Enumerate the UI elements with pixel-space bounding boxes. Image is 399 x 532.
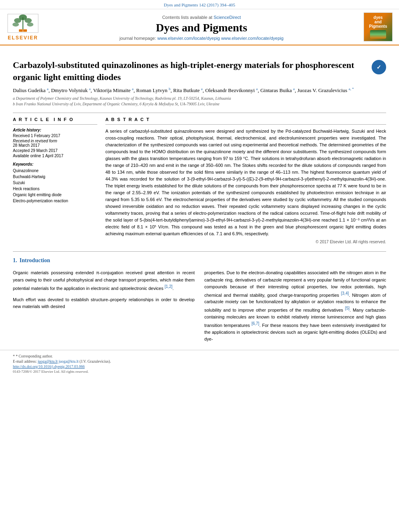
keyword-5: Organic light emitting diode — [13, 192, 97, 198]
svg-point-5 — [25, 18, 32, 23]
email-author: (J.V. Grazulevicius). — [80, 359, 111, 364]
author-super-a3: a — [132, 87, 134, 91]
corresponding-note: * * Corresponding author. — [13, 354, 386, 358]
author-super-a4: a — [201, 87, 203, 91]
intro-para-1: Organic materials possessing extended π-… — [13, 269, 195, 292]
svg-point-4 — [14, 18, 21, 23]
revised-label: Received in revised form — [13, 139, 57, 143]
homepage-url[interactable]: www.elsevier.com/locate/dyepig — [157, 36, 220, 41]
crossmark-badge: ✓ — [372, 60, 386, 74]
author-super-b: b — [169, 87, 171, 91]
article-info-heading: A R T I C L E I N F O — [13, 117, 97, 122]
keyword-2: Buchwald-Hartwig — [13, 174, 97, 180]
affiliations-block: a Department of Polymer Chemistry and Te… — [13, 96, 386, 107]
issn-line: 0143-7208/© 2017 Elsevier Ltd. All right… — [13, 370, 386, 374]
contents-text: Contents lists available at — [162, 15, 212, 20]
intro-two-col: Organic materials possessing extended π-… — [13, 269, 386, 342]
ref-1-2[interactable]: [1,2] — [165, 284, 172, 289]
homepage-prefix: journal homepage: — [119, 36, 156, 41]
abstract-heading: A B S T R A C T — [105, 117, 386, 122]
intro-title: Introduction — [20, 257, 50, 264]
elsevier-wordmark: ELSEVIER — [8, 35, 38, 41]
journal-center: Contents lists available at ScienceDirec… — [45, 12, 358, 45]
journal-thumb-box: dyes and Pigments — [364, 12, 393, 41]
intro-left: Organic materials possessing extended π-… — [13, 269, 195, 342]
article-title-block: ✓ Carbazolyl-substituted quinazolinones … — [13, 59, 386, 83]
science-direct-line: Contents lists available at ScienceDirec… — [162, 15, 241, 20]
author-super-a5: a — [256, 87, 258, 91]
journal-header: ELSEVIER Contents lists available at Sci… — [0, 9, 399, 45]
ref-3-4[interactable]: [3,4] — [341, 291, 349, 296]
svg-point-6 — [12, 23, 19, 27]
doi-link[interactable]: http://dx.doi.org/10.1016/j.dyepig.2017.… — [13, 365, 386, 369]
main-content: ✓ Carbazolyl-substituted quinazolinones … — [0, 45, 399, 244]
thumb-line1: dyes — [374, 15, 383, 20]
journal-title: Dyes and Pigments — [156, 21, 247, 34]
email-note: E-mail address: juoga@ktu.lt juoga@ktu.l… — [13, 359, 386, 364]
keywords-block: Keywords: Quinazolinone Buchwald-Hartwig… — [13, 162, 97, 204]
science-direct-link[interactable]: ScienceDirect — [214, 15, 241, 20]
keyword-3: Suzuki — [13, 180, 97, 186]
author-super-a7: a, * — [349, 87, 354, 91]
intro-section-number: 1. — [13, 257, 17, 264]
history-title: Article history: — [13, 128, 97, 132]
email-text: juoga@ktu.lt — [59, 359, 79, 364]
journal-ref-bar: Dyes and Pigments 142 (2017) 394–405 — [0, 0, 399, 9]
keyword-6: Electro-polymerization reaction — [13, 198, 97, 204]
accepted-date: Accepted 29 March 2017 — [13, 148, 97, 153]
intro-para-3: properties. Due to the electron-donating… — [204, 269, 386, 342]
thumb-line3: Pigments — [369, 24, 387, 29]
article-history-block: Article history: Received 1 February 201… — [13, 128, 97, 158]
homepage-url-text: www.elsevier.com/locate/dyepig — [221, 36, 284, 41]
journal-ref-text: Dyes and Pigments 142 (2017) 394–405 — [164, 2, 235, 7]
affiliation-b: b Ivan Franko National University of Lvi… — [13, 101, 386, 107]
affiliation-a: a Department of Polymer Chemistry and Te… — [13, 96, 386, 101]
svg-point-7 — [27, 23, 33, 27]
two-col-layout: A R T I C L E I N F O Article history: R… — [13, 113, 386, 244]
revised-date: Received in revised form 28 March 2017 — [13, 139, 97, 148]
email-label: E-mail address: — [13, 359, 37, 364]
ref-5[interactable]: [5] — [345, 306, 350, 310]
available-date: Available online 1 April 2017 — [13, 154, 97, 158]
abstract-text: A series of carbazolyl-substituted quina… — [105, 128, 386, 238]
thumb-line2: and — [374, 20, 382, 24]
journal-thumbnail: dyes and Pigments — [362, 12, 394, 45]
journal-homepage-line: journal homepage: www.elsevier.com/locat… — [119, 36, 284, 41]
article-footer: * * Corresponding author. E-mail address… — [0, 350, 399, 377]
crossmark-icon: ✓ — [376, 64, 381, 70]
authors-line: Dalius Gudeika a, Dmytro Volyniuk a, Vik… — [13, 87, 386, 94]
author-super-a2: a — [89, 87, 90, 91]
email-link[interactable]: juoga@ktu.lt — [38, 359, 58, 364]
keyword-1: Quinazolinone — [13, 168, 97, 174]
copyright-line: © 2017 Elsevier Ltd. All rights reserved… — [105, 240, 386, 244]
received-date: Received 1 February 2017 — [13, 134, 97, 138]
keyword-list: Quinazolinone Buchwald-Hartwig Suzuki He… — [13, 168, 97, 204]
author-super-a6: a — [293, 87, 295, 91]
author-super-a: a — [47, 87, 48, 91]
intro-para-2: Much effort was devoted to establish str… — [13, 296, 195, 310]
corresponding-text: * Corresponding author. — [16, 354, 53, 358]
ref-6-7[interactable]: [6,7] — [251, 321, 259, 326]
elsevier-logo: ELSEVIER — [5, 12, 41, 45]
intro-right: properties. Due to the electron-donating… — [204, 269, 386, 342]
right-column: A B S T R A C T A series of carbazolyl-s… — [105, 117, 386, 244]
article-title: Carbazolyl-substituted quinazolinones as… — [13, 59, 386, 83]
left-column: A R T I C L E I N F O Article history: R… — [13, 117, 97, 244]
revised-value: 28 March 2017 — [13, 143, 40, 148]
keyword-4: Heck reactions — [13, 186, 97, 192]
page: Dyes and Pigments 142 (2017) 394–405 — [0, 0, 399, 532]
elsevier-logo-svg — [7, 13, 39, 33]
keywords-title: Keywords: — [13, 162, 97, 166]
intro-section: 1. Introduction Organic materials posses… — [0, 252, 399, 342]
